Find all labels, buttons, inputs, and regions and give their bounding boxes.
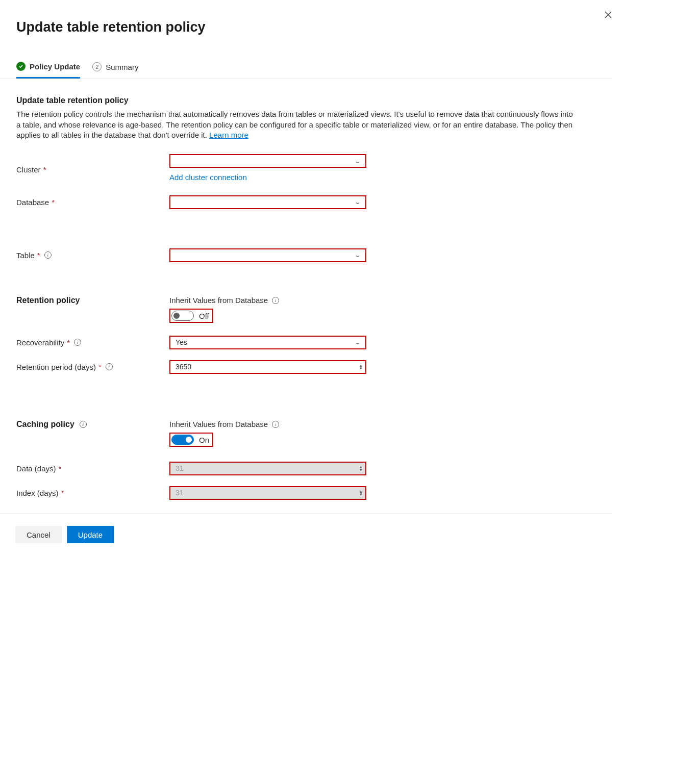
- retention-heading: Retention policy: [16, 296, 80, 305]
- caching-heading-text: Caching policy: [16, 420, 74, 429]
- close-icon[interactable]: [603, 10, 613, 20]
- info-icon[interactable]: i: [272, 421, 279, 428]
- retention-period-value: 3650: [176, 363, 191, 371]
- tab-label: Policy Update: [30, 62, 80, 71]
- caching-inherit-toggle[interactable]: On: [169, 433, 213, 447]
- section-description: The retention policy controls the mechan…: [16, 109, 578, 141]
- recoverability-value: Yes: [176, 338, 187, 346]
- chevron-down-icon: ⌄: [354, 158, 361, 165]
- retention-inherit-label: Inherit Values from Database: [169, 296, 268, 305]
- info-icon[interactable]: i: [106, 363, 113, 370]
- chevron-down-icon: ⌄: [354, 339, 361, 346]
- recoverability-dropdown[interactable]: Yes ⌄: [169, 336, 366, 349]
- spinner-icon[interactable]: ▴▾: [360, 364, 362, 370]
- required-indicator: *: [61, 489, 64, 497]
- required-indicator: *: [43, 165, 46, 174]
- info-icon[interactable]: i: [80, 421, 87, 428]
- data-days-value: 31: [176, 464, 184, 472]
- section-title: Update table retention policy: [16, 96, 587, 105]
- retention-period-input[interactable]: 3650 ▴▾: [169, 360, 366, 374]
- caching-heading: Caching policy i: [16, 420, 87, 429]
- caching-inherit-label: Inherit Values from Database: [169, 420, 268, 428]
- learn-more-link[interactable]: Learn more: [209, 131, 248, 139]
- required-indicator: *: [67, 338, 70, 347]
- retention-period-label: Retention period (days): [16, 363, 96, 371]
- tab-summary[interactable]: 2 Summary: [92, 62, 138, 78]
- step-number-icon: 2: [92, 62, 102, 71]
- desc-text: The retention policy controls the mechan…: [16, 110, 573, 139]
- index-days-value: 31: [176, 489, 184, 497]
- data-days-input: 31 ▴▾: [169, 462, 366, 475]
- add-cluster-link[interactable]: Add cluster connection: [169, 173, 247, 182]
- table-dropdown[interactable]: ⌄: [169, 248, 366, 262]
- info-icon[interactable]: i: [74, 339, 81, 346]
- chevron-down-icon: ⌄: [354, 198, 361, 206]
- recoverability-label: Recoverability: [16, 338, 64, 347]
- retention-inherit-toggle[interactable]: Off: [169, 309, 213, 323]
- update-button[interactable]: Update: [67, 526, 114, 543]
- page-title: Update table retention policy: [16, 19, 206, 35]
- index-days-input: 31 ▴▾: [169, 486, 366, 500]
- data-days-label: Data (days): [16, 464, 56, 473]
- database-dropdown[interactable]: ⌄: [169, 195, 366, 209]
- cancel-button[interactable]: Cancel: [15, 526, 62, 543]
- required-indicator: *: [37, 251, 40, 260]
- table-label: Table: [16, 251, 35, 260]
- footer: Cancel Update: [0, 514, 699, 543]
- info-icon[interactable]: i: [44, 251, 52, 259]
- index-days-label: Index (days): [16, 489, 59, 497]
- spinner-icon: ▴▾: [360, 490, 362, 496]
- chevron-down-icon: ⌄: [354, 251, 361, 259]
- wizard-tabs: Policy Update 2 Summary: [0, 35, 612, 79]
- spinner-icon: ▴▾: [360, 465, 362, 471]
- cluster-dropdown[interactable]: ⌄: [169, 154, 366, 168]
- database-label: Database: [16, 198, 49, 207]
- toggle-state-text: On: [199, 436, 209, 444]
- cluster-label: Cluster: [16, 165, 41, 174]
- toggle-state-text: Off: [199, 312, 209, 320]
- required-indicator: *: [59, 464, 62, 473]
- tab-label: Summary: [106, 63, 138, 71]
- tab-policy-update[interactable]: Policy Update: [16, 62, 80, 79]
- toggle-on-icon: [171, 435, 194, 445]
- required-indicator: *: [52, 198, 55, 207]
- required-indicator: *: [98, 363, 102, 371]
- check-icon: [16, 62, 26, 71]
- info-icon[interactable]: i: [272, 297, 279, 304]
- toggle-off-icon: [171, 311, 194, 321]
